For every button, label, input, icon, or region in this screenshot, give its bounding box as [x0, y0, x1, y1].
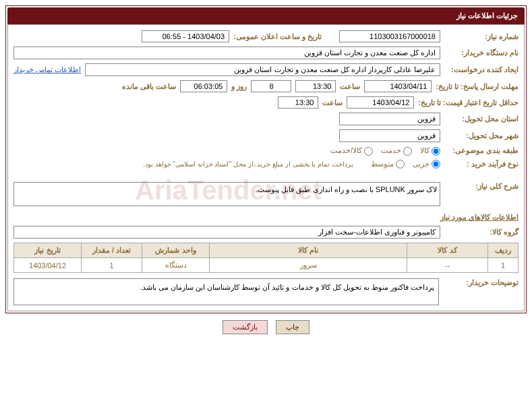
- radio-medium-input[interactable]: [396, 160, 405, 168]
- category-label: طبقه بندی موضوعی:: [444, 146, 519, 155]
- goods-section-title: اطلاعات کالاهای مورد نیاز: [13, 213, 519, 222]
- buyer-org-label: نام دستگاه خریدار:: [444, 49, 519, 57]
- radio-small-label: جزیی: [413, 160, 430, 168]
- buyer-notes-value: پرداخت فاکتور منوط به تحویل کل کالا و خد…: [13, 278, 439, 305]
- requester-value: علیرضا عادلی کارپرداز اداره کل صنعت معدن…: [85, 63, 440, 76]
- th-row: ردیف: [488, 243, 519, 258]
- radio-goods-label: کالا: [420, 146, 430, 154]
- contact-link[interactable]: اطلاعات تماس خریدار: [13, 65, 81, 74]
- th-code: کد کالا: [407, 243, 488, 258]
- province-label: استان محل تحویل:: [444, 115, 519, 123]
- print-button[interactable]: چاپ: [276, 320, 309, 334]
- validity-time: 13:30: [278, 96, 318, 108]
- cell-date: 1403/04/12: [14, 258, 82, 273]
- radio-medium-label: متوسط: [371, 160, 394, 168]
- th-date: تاریخ نیاز: [14, 243, 82, 258]
- province-value: قزوین: [339, 113, 440, 125]
- radio-both-input[interactable]: [364, 147, 373, 156]
- table-row: 1 -- سرور دستگاه 1 1403/04/12: [14, 258, 519, 273]
- radio-goods[interactable]: کالا: [420, 146, 440, 156]
- validity-date: 1403/04/12: [347, 96, 414, 108]
- th-unit: واحد شمارش: [142, 243, 210, 258]
- days-and-label: روز و: [231, 82, 247, 91]
- payment-note: پرداخت تمام یا بخشی از مبلغ خرید ،از محل…: [143, 160, 353, 168]
- deadline-date: 1403/04/11: [364, 80, 432, 92]
- deadline-time: 13:30: [295, 80, 336, 92]
- summary-label: شرح کلی نیاز:: [444, 182, 519, 191]
- city-label: شهر محل تحویل:: [444, 131, 519, 140]
- cell-row: 1: [488, 258, 519, 273]
- remain-label: ساعت باقی مانده: [122, 82, 176, 91]
- countdown-value: 06:03:05: [180, 80, 227, 92]
- buyer-notes-label: توضیحات خریدار:: [444, 278, 519, 305]
- validity-label: حداقل تاریخ اعتبار قیمت: تا تاریخ:: [418, 98, 519, 107]
- deadline-label: مهلت ارسال پاسخ: تا تاریخ:: [436, 82, 519, 91]
- announce-value: 1403/04/03 - 06:55: [142, 30, 229, 42]
- goods-table: ردیف کد کالا نام کالا واحد شمارش تعداد /…: [13, 243, 519, 273]
- panel-title: جزئیات اطلاعات نیاز: [7, 7, 525, 24]
- radio-both-label: کالا/خدمت: [330, 146, 362, 154]
- buyer-org-value: اداره کل صنعت معدن و تجارت استان قزوین: [13, 46, 440, 59]
- th-name: نام کالا: [210, 243, 407, 258]
- time-label-2: ساعت: [322, 98, 343, 107]
- group-value: کامپیوتر و فناوری اطلاعات-سخت افزار: [13, 226, 440, 239]
- radio-small-input[interactable]: [432, 160, 440, 168]
- days-value: 8: [251, 80, 291, 92]
- cell-name: سرور: [210, 258, 407, 273]
- need-no-label: شماره نیاز:: [444, 32, 519, 41]
- cell-unit: دستگاه: [142, 258, 210, 273]
- requester-label: ایجاد کننده درخواست:: [444, 65, 519, 74]
- need-no-value: 1103003167000018: [339, 30, 440, 42]
- city-value: قزوین: [339, 129, 440, 142]
- radio-service-input[interactable]: [403, 147, 412, 156]
- back-button[interactable]: بازگشت: [223, 320, 268, 334]
- radio-goods-input[interactable]: [432, 147, 440, 156]
- radio-both[interactable]: کالا/خدمت: [330, 146, 373, 156]
- radio-medium[interactable]: متوسط: [371, 160, 405, 169]
- cell-qty: 1: [82, 258, 142, 273]
- cell-code: --: [407, 258, 488, 273]
- announce-label: تاریخ و ساعت اعلان عمومی:: [233, 32, 322, 41]
- group-label: گروه کالا:: [444, 228, 519, 237]
- process-label: نوع فرآیند خرید :: [444, 160, 519, 168]
- th-qty: تعداد / مقدار: [82, 243, 142, 258]
- radio-service[interactable]: خدمت: [381, 146, 412, 156]
- radio-small[interactable]: جزیی: [413, 160, 440, 169]
- radio-service-label: خدمت: [381, 146, 401, 154]
- summary-value: لاک سرور SPLUNK با نصب و راه اندازی طبق …: [13, 182, 440, 206]
- time-label-1: ساعت: [340, 82, 360, 91]
